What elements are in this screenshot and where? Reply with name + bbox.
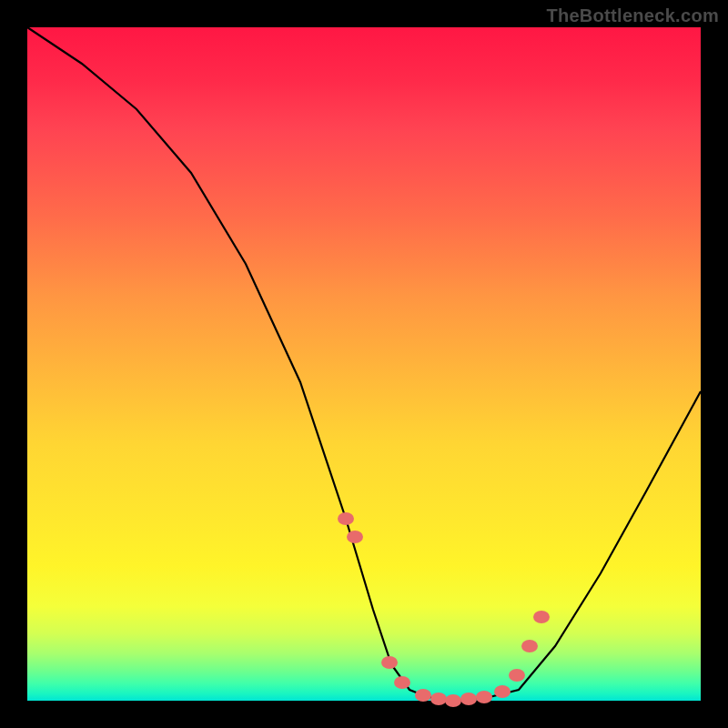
marker-dot <box>521 640 538 652</box>
marker-dot <box>476 691 492 703</box>
curve-markers <box>338 512 550 707</box>
marker-dot <box>533 611 550 623</box>
watermark-label: TheBottleneck.com <box>546 5 719 26</box>
marker-dot <box>338 512 354 525</box>
marker-dot <box>415 689 431 702</box>
marker-dot <box>460 693 477 705</box>
marker-dot <box>394 676 410 689</box>
marker-dot <box>445 694 461 707</box>
marker-dot <box>430 693 447 705</box>
marker-dot <box>509 669 525 682</box>
marker-dot <box>381 656 398 669</box>
marker-dot <box>347 531 363 543</box>
marker-dot <box>494 685 511 698</box>
bottleneck-curve <box>27 27 701 701</box>
chart-svg <box>27 27 701 701</box>
